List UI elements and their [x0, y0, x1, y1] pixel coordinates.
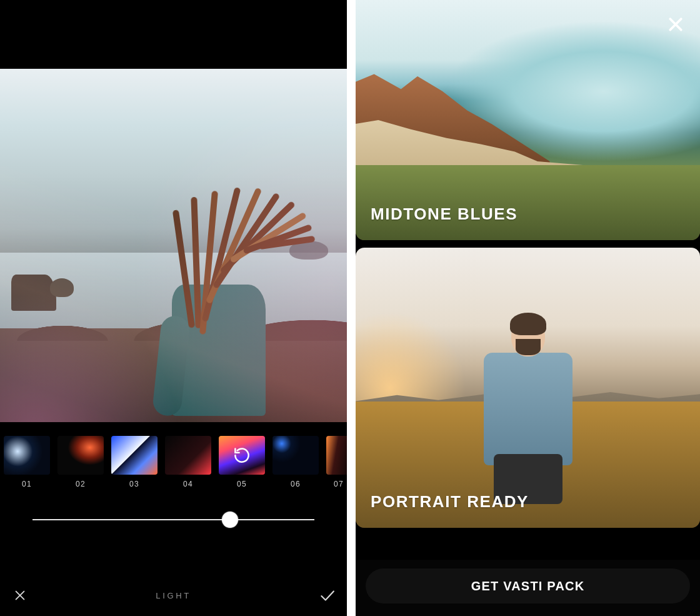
filter-thumb — [4, 436, 50, 475]
reset-icon — [232, 446, 251, 465]
get-pack-button[interactable]: GET VASTI PACK — [366, 568, 690, 603]
filter-thumb — [272, 436, 319, 475]
close-button[interactable] — [666, 15, 685, 36]
filter-05[interactable]: 05 — [219, 436, 265, 488]
intensity-slider[interactable] — [32, 511, 314, 528]
close-icon — [666, 15, 685, 34]
tool-label: LIGHT — [156, 591, 191, 600]
filter-thumb — [219, 436, 265, 475]
filter-01[interactable]: 01 — [4, 436, 50, 488]
filter-thumb — [165, 436, 211, 475]
cancel-button[interactable] — [10, 585, 30, 605]
editor-bottom-bar: LIGHT — [0, 575, 347, 616]
photo-preview[interactable] — [0, 69, 347, 422]
preset-card-portrait-ready[interactable]: PORTRAIT READY — [356, 248, 700, 528]
filter-label: 02 — [58, 480, 104, 488]
filter-thumb — [326, 436, 347, 475]
slider-track — [32, 519, 314, 520]
filter-06[interactable]: 06 — [272, 436, 319, 488]
filter-label: 05 — [219, 480, 265, 488]
filter-thumb — [58, 436, 104, 475]
editor-topbar — [0, 0, 347, 69]
cta-bar: GET VASTI PACK — [356, 560, 700, 616]
filter-strip[interactable]: 01 02 03 04 — [0, 422, 347, 488]
close-icon — [13, 588, 27, 602]
filter-07[interactable]: 07 — [326, 436, 347, 488]
confirm-button[interactable] — [317, 585, 337, 605]
filter-label: 03 — [111, 480, 158, 488]
preset-card-midtone-blues[interactable]: MIDTONE BLUES — [356, 0, 700, 240]
filter-04[interactable]: 04 — [165, 436, 211, 488]
filter-label: 04 — [165, 480, 211, 488]
filter-02[interactable]: 02 — [58, 436, 104, 488]
filter-label: 07 — [326, 480, 347, 488]
filter-03[interactable]: 03 — [111, 436, 158, 488]
slider-handle[interactable] — [222, 512, 238, 528]
filter-label: 06 — [272, 480, 319, 488]
pack-screen: MIDTONE BLUES PORTRAIT READY GET VASTI P… — [356, 0, 700, 616]
filter-thumb — [111, 436, 158, 475]
preset-title: PORTRAIT READY — [371, 492, 529, 512]
editor-screen: 01 02 03 04 — [0, 0, 347, 616]
preset-title: MIDTONE BLUES — [371, 204, 518, 224]
check-icon — [319, 587, 335, 603]
filter-label: 01 — [4, 480, 50, 488]
